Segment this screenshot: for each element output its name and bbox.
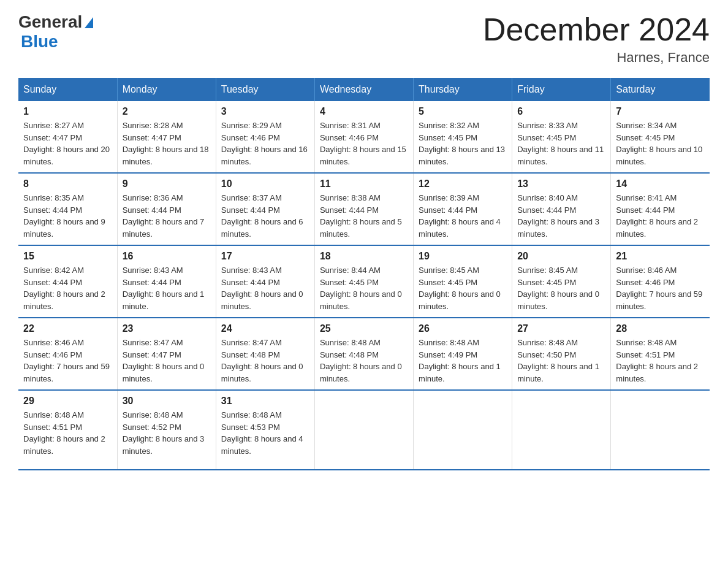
table-row — [314, 390, 413, 470]
header-saturday: Saturday — [611, 78, 710, 101]
day-number: 27 — [517, 323, 605, 334]
table-row: 27 Sunrise: 8:48 AMSunset: 4:50 PMDaylig… — [512, 318, 611, 390]
table-row: 12 Sunrise: 8:39 AMSunset: 4:44 PMDaylig… — [414, 173, 512, 245]
day-info: Sunrise: 8:45 AMSunset: 4:45 PMDaylight:… — [419, 266, 501, 311]
table-row: 30 Sunrise: 8:48 AMSunset: 4:52 PMDaylig… — [117, 390, 216, 470]
table-row: 2 Sunrise: 8:28 AMSunset: 4:47 PMDayligh… — [117, 101, 216, 173]
table-row: 13 Sunrise: 8:40 AMSunset: 4:44 PMDaylig… — [512, 173, 611, 245]
table-row: 17 Sunrise: 8:43 AMSunset: 4:44 PMDaylig… — [216, 245, 314, 318]
table-row — [512, 390, 611, 470]
day-info: Sunrise: 8:35 AMSunset: 4:44 PMDaylight:… — [23, 193, 105, 239]
day-number: 4 — [320, 106, 408, 117]
day-info: Sunrise: 8:47 AMSunset: 4:48 PMDaylight:… — [221, 338, 303, 383]
table-row: 24 Sunrise: 8:47 AMSunset: 4:48 PMDaylig… — [216, 318, 314, 390]
day-number: 19 — [419, 251, 507, 262]
day-number: 8 — [23, 178, 112, 190]
table-row: 25 Sunrise: 8:48 AMSunset: 4:48 PMDaylig… — [314, 318, 413, 390]
calendar-header-row: Sunday Monday Tuesday Wednesday Thursday… — [18, 78, 710, 101]
day-info: Sunrise: 8:44 AMSunset: 4:45 PMDaylight:… — [320, 266, 402, 311]
day-number: 25 — [320, 323, 408, 334]
day-number: 21 — [616, 251, 705, 262]
day-info: Sunrise: 8:34 AMSunset: 4:45 PMDaylight:… — [616, 121, 702, 166]
day-number: 17 — [221, 251, 309, 262]
table-row: 10 Sunrise: 8:37 AMSunset: 4:44 PMDaylig… — [216, 173, 314, 245]
table-row: 21 Sunrise: 8:46 AMSunset: 4:46 PMDaylig… — [611, 245, 710, 318]
table-row: 14 Sunrise: 8:41 AMSunset: 4:44 PMDaylig… — [611, 173, 710, 245]
day-number: 26 — [419, 323, 507, 334]
day-number: 7 — [616, 106, 705, 117]
day-info: Sunrise: 8:48 AMSunset: 4:53 PMDaylight:… — [221, 410, 303, 456]
day-number: 31 — [221, 396, 309, 407]
day-number: 30 — [123, 396, 211, 407]
day-number: 11 — [320, 178, 408, 190]
day-info: Sunrise: 8:48 AMSunset: 4:48 PMDaylight:… — [320, 338, 402, 383]
header-friday: Friday — [512, 78, 611, 101]
logo-general-text: General — [18, 12, 82, 32]
table-row: 18 Sunrise: 8:44 AMSunset: 4:45 PMDaylig… — [314, 245, 413, 318]
table-row: 16 Sunrise: 8:43 AMSunset: 4:44 PMDaylig… — [117, 245, 216, 318]
logo: General Blue — [18, 12, 93, 52]
day-info: Sunrise: 8:46 AMSunset: 4:46 PMDaylight:… — [616, 266, 702, 311]
logo-blue-text: Blue — [21, 32, 58, 51]
day-info: Sunrise: 8:47 AMSunset: 4:47 PMDaylight:… — [123, 338, 205, 383]
logo-triangle-icon — [85, 17, 93, 28]
day-number: 22 — [23, 323, 112, 334]
header-thursday: Thursday — [414, 78, 512, 101]
table-row — [611, 390, 710, 470]
table-row: 4 Sunrise: 8:31 AMSunset: 4:46 PMDayligh… — [314, 101, 413, 173]
table-row: 31 Sunrise: 8:48 AMSunset: 4:53 PMDaylig… — [216, 390, 314, 470]
table-row: 28 Sunrise: 8:48 AMSunset: 4:51 PMDaylig… — [611, 318, 710, 390]
table-row: 23 Sunrise: 8:47 AMSunset: 4:47 PMDaylig… — [117, 318, 216, 390]
day-info: Sunrise: 8:27 AMSunset: 4:47 PMDaylight:… — [23, 121, 110, 166]
header-wednesday: Wednesday — [314, 78, 413, 101]
day-number: 18 — [320, 251, 408, 262]
table-row: 19 Sunrise: 8:45 AMSunset: 4:45 PMDaylig… — [414, 245, 512, 318]
day-number: 15 — [23, 251, 112, 262]
table-row: 22 Sunrise: 8:46 AMSunset: 4:46 PMDaylig… — [18, 318, 117, 390]
day-info: Sunrise: 8:29 AMSunset: 4:46 PMDaylight:… — [221, 121, 308, 166]
day-info: Sunrise: 8:40 AMSunset: 4:44 PMDaylight:… — [517, 193, 599, 239]
header-sunday: Sunday — [18, 78, 117, 101]
table-row: 26 Sunrise: 8:48 AMSunset: 4:49 PMDaylig… — [414, 318, 512, 390]
table-row: 6 Sunrise: 8:33 AMSunset: 4:45 PMDayligh… — [512, 101, 611, 173]
table-row: 3 Sunrise: 8:29 AMSunset: 4:46 PMDayligh… — [216, 101, 314, 173]
day-number: 2 — [123, 106, 211, 117]
day-number: 14 — [616, 178, 705, 190]
day-number: 13 — [517, 178, 605, 190]
page-header: General Blue December 2024 Harnes, Franc… — [18, 12, 710, 66]
day-number: 20 — [517, 251, 605, 262]
day-number: 3 — [221, 106, 309, 117]
table-row: 20 Sunrise: 8:45 AMSunset: 4:45 PMDaylig… — [512, 245, 611, 318]
day-info: Sunrise: 8:33 AMSunset: 4:45 PMDaylight:… — [517, 121, 604, 166]
day-info: Sunrise: 8:41 AMSunset: 4:44 PMDaylight:… — [616, 193, 698, 239]
table-row: 9 Sunrise: 8:36 AMSunset: 4:44 PMDayligh… — [117, 173, 216, 245]
day-info: Sunrise: 8:36 AMSunset: 4:44 PMDaylight:… — [123, 193, 205, 239]
table-row: 29 Sunrise: 8:48 AMSunset: 4:51 PMDaylig… — [18, 390, 117, 470]
day-info: Sunrise: 8:32 AMSunset: 4:45 PMDaylight:… — [419, 121, 505, 166]
calendar-title: December 2024 — [483, 12, 710, 47]
header-monday: Monday — [117, 78, 216, 101]
day-info: Sunrise: 8:28 AMSunset: 4:47 PMDaylight:… — [123, 121, 209, 166]
day-number: 12 — [419, 178, 507, 190]
day-number: 29 — [23, 396, 112, 407]
header-tuesday: Tuesday — [216, 78, 314, 101]
day-info: Sunrise: 8:48 AMSunset: 4:50 PMDaylight:… — [517, 338, 599, 383]
day-info: Sunrise: 8:48 AMSunset: 4:52 PMDaylight:… — [123, 410, 205, 456]
table-row: 1 Sunrise: 8:27 AMSunset: 4:47 PMDayligh… — [18, 101, 117, 173]
day-info: Sunrise: 8:46 AMSunset: 4:46 PMDaylight:… — [23, 338, 110, 383]
table-row: 7 Sunrise: 8:34 AMSunset: 4:45 PMDayligh… — [611, 101, 710, 173]
calendar-table: Sunday Monday Tuesday Wednesday Thursday… — [18, 78, 710, 470]
day-info: Sunrise: 8:43 AMSunset: 4:44 PMDaylight:… — [123, 266, 205, 311]
day-info: Sunrise: 8:37 AMSunset: 4:44 PMDaylight:… — [221, 193, 303, 239]
day-info: Sunrise: 8:48 AMSunset: 4:51 PMDaylight:… — [23, 410, 105, 456]
day-number: 1 — [23, 106, 112, 117]
day-info: Sunrise: 8:45 AMSunset: 4:45 PMDaylight:… — [517, 266, 599, 311]
day-info: Sunrise: 8:43 AMSunset: 4:44 PMDaylight:… — [221, 266, 303, 311]
day-number: 10 — [221, 178, 309, 190]
table-row: 11 Sunrise: 8:38 AMSunset: 4:44 PMDaylig… — [314, 173, 413, 245]
table-row: 8 Sunrise: 8:35 AMSunset: 4:44 PMDayligh… — [18, 173, 117, 245]
day-info: Sunrise: 8:48 AMSunset: 4:51 PMDaylight:… — [616, 338, 698, 383]
table-row: 5 Sunrise: 8:32 AMSunset: 4:45 PMDayligh… — [414, 101, 512, 173]
table-row — [414, 390, 512, 470]
day-number: 24 — [221, 323, 309, 334]
